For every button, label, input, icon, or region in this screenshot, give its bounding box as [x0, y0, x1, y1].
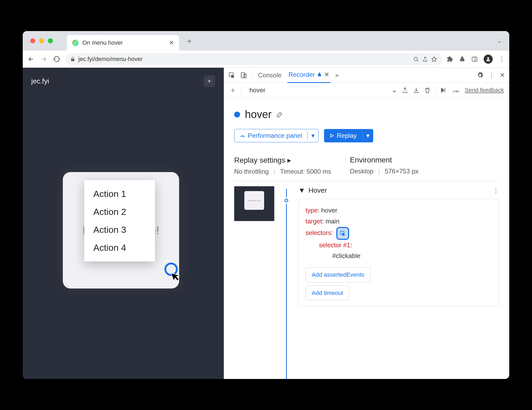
reload-button[interactable] — [53, 55, 61, 63]
share-icon[interactable] — [422, 56, 428, 62]
extensions-icon[interactable] — [447, 56, 453, 62]
close-icon[interactable]: ✕ — [500, 71, 505, 79]
devtools: Console Recorder ✕ » ⋮ ✕ ＋ hove — [224, 68, 509, 379]
more-icon[interactable]: ⋮ — [493, 187, 499, 194]
console-tab[interactable]: Console — [257, 68, 283, 83]
action-menu: Action 1 Action 2 Action 3 Action 4 — [84, 180, 155, 261]
step-header[interactable]: ▼ Hover ⋮ — [298, 186, 499, 195]
action-item-2[interactable]: Action 2 — [84, 203, 155, 221]
recording-dropdown[interactable]: hover ⌄ — [246, 86, 397, 94]
chevron-down-icon: ▼ — [298, 186, 305, 195]
webpage-header: jec.fyi — [23, 68, 224, 94]
action-item-4[interactable]: Action 4 — [84, 239, 155, 257]
lock-icon — [70, 57, 75, 62]
action-item-3[interactable]: Action 3 — [84, 221, 155, 239]
window-minimize[interactable] — [39, 38, 44, 43]
step-thumbnail[interactable]: Hover over me! — [234, 186, 274, 221]
export-icon[interactable] — [402, 87, 408, 93]
recorder-tab-label: Recorder — [288, 71, 315, 78]
svg-point-3 — [209, 80, 210, 82]
star-icon[interactable] — [431, 56, 437, 62]
selector-picker-button[interactable] — [336, 227, 349, 240]
more-icon[interactable]: ⋮ — [499, 55, 505, 63]
performance-panel-button[interactable]: Performance panel ▾ — [234, 129, 319, 142]
code-target-val[interactable]: main — [326, 218, 340, 225]
gear-icon[interactable] — [477, 72, 484, 79]
svg-point-2 — [487, 57, 489, 59]
site-name: jec.fyi — [31, 77, 49, 85]
environment-settings: Environment Desktop | 576×753 px — [350, 156, 418, 175]
button-row: Performance panel ▾ Replay ▾ — [234, 129, 499, 142]
browser-tab[interactable]: On menu hover ✕ — [67, 35, 179, 51]
labs-icon — [317, 72, 322, 77]
settings-row: Replay settings ▸ No throttling | Timeou… — [234, 156, 499, 181]
search-icon[interactable] — [413, 56, 419, 62]
tab-title: On menu hover — [82, 39, 165, 46]
forward-button[interactable] — [40, 55, 48, 63]
svg-rect-5 — [241, 73, 245, 78]
add-asserted-events-button[interactable]: Add assertedEvents — [306, 267, 371, 282]
browser-window: On menu hover ✕ ＋ ⌄ jec.fyi/demo/menu-ho… — [23, 31, 509, 379]
step-content: ▼ Hover ⋮ type: hover target: main — [298, 186, 499, 379]
close-icon[interactable]: ✕ — [324, 71, 329, 78]
add-button[interactable]: ＋ — [229, 85, 236, 95]
side-panel-icon[interactable] — [471, 56, 478, 62]
chevron-down-icon[interactable]: ▾ — [362, 132, 373, 139]
slow-replay-icon[interactable] — [452, 88, 460, 93]
step-icon[interactable] — [441, 87, 448, 93]
chevron-down-icon[interactable]: ▾ — [307, 132, 318, 139]
performance-label: Performance panel — [248, 132, 302, 139]
titlebar: On menu hover ✕ ＋ ⌄ — [23, 31, 509, 51]
edit-icon[interactable] — [276, 111, 283, 118]
replay-settings[interactable]: Replay settings ▸ No throttling | Timeou… — [234, 156, 331, 175]
gauge-icon — [240, 133, 245, 138]
recorder-body: hover Performance panel ▾ — [224, 98, 509, 379]
recording-title: hover — [245, 108, 272, 120]
feedback-link[interactable]: Send feedback — [465, 87, 504, 94]
labs-icon[interactable] — [459, 56, 465, 62]
chevron-down-icon: ⌄ — [392, 86, 397, 94]
svg-point-0 — [414, 57, 418, 60]
chevron-down-icon[interactable]: ⌄ — [497, 38, 502, 44]
selector-value[interactable]: #clickable — [332, 252, 360, 259]
chevron-right-icon: ▸ — [287, 156, 291, 165]
window-maximize[interactable] — [48, 38, 53, 43]
viewport-value: 576×753 px — [385, 168, 418, 175]
replay-button[interactable]: Replay ▾ — [324, 129, 373, 142]
more-tabs-icon[interactable]: » — [335, 71, 339, 79]
recording-name: hover — [246, 86, 392, 94]
replay-settings-title: Replay settings — [234, 156, 285, 165]
toolbar-actions: ⋮ — [447, 55, 505, 64]
window-close[interactable] — [30, 38, 35, 43]
add-timeout-button[interactable]: Add timeout — [306, 286, 349, 300]
step-area: Hover over me! ▼ Hover ⋮ — [234, 186, 499, 379]
step-details: type: hover target: main selectors: — [298, 199, 499, 306]
inspect-icon[interactable] — [228, 72, 235, 79]
url-text: jec.fyi/demo/menu-hover — [78, 56, 410, 63]
delete-icon[interactable] — [424, 87, 431, 93]
url-bar[interactable]: jec.fyi/demo/menu-hover — [65, 53, 442, 65]
import-icon[interactable] — [413, 87, 419, 93]
thumb-card: Hover over me! — [244, 191, 264, 210]
recording-status-dot — [234, 112, 240, 117]
svg-rect-1 — [472, 57, 477, 61]
back-button[interactable] — [27, 55, 35, 63]
code-selectors-key: selectors — [306, 229, 331, 236]
timeout-value: Timeout: 5000 ms — [280, 168, 331, 175]
more-icon[interactable]: ⋮ — [488, 71, 495, 79]
close-icon[interactable]: ✕ — [169, 39, 174, 46]
code-type-val[interactable]: hover — [321, 207, 337, 214]
play-icon — [329, 133, 334, 138]
new-tab-button[interactable]: ＋ — [186, 36, 193, 46]
theme-toggle[interactable] — [203, 75, 215, 87]
traffic-lights — [30, 38, 53, 43]
favicon — [72, 40, 79, 46]
device-icon[interactable] — [240, 72, 247, 79]
address-bar: jec.fyi/demo/menu-hover — [23, 51, 509, 68]
code-type-key: type — [306, 207, 318, 214]
action-item-1[interactable]: Action 1 — [84, 185, 155, 203]
recorder-tab[interactable]: Recorder ✕ — [287, 68, 330, 83]
recording-title-row: hover — [234, 108, 499, 120]
avatar[interactable] — [484, 55, 493, 64]
selector-label: selector #1 — [319, 241, 350, 249]
